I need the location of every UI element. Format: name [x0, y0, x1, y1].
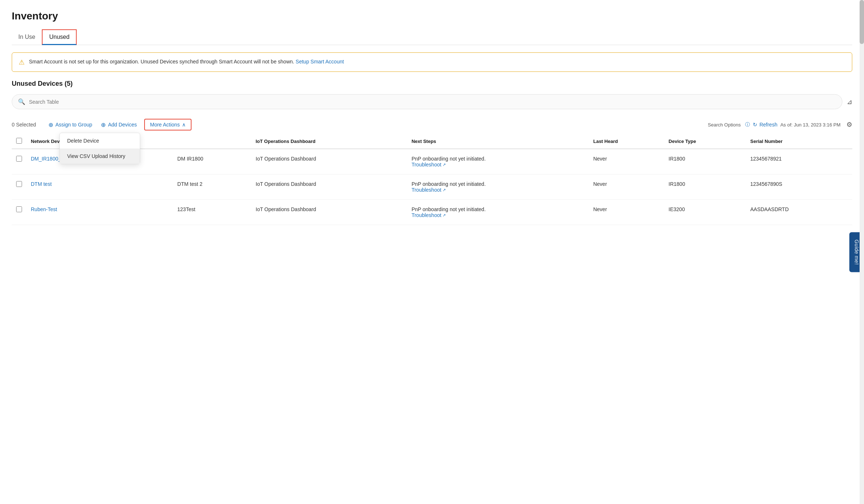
search-input[interactable]: [29, 99, 836, 105]
tab-unused[interactable]: Unused: [42, 29, 77, 45]
table-header-checkbox: [12, 134, 26, 149]
col-header-next-steps: Next Steps: [407, 134, 589, 149]
row2-checkbox[interactable]: [16, 181, 22, 187]
warning-icon: ⚠: [19, 58, 25, 66]
row2-troubleshoot-link[interactable]: Troubleshoot ↗: [412, 187, 446, 193]
row1-serial: 12345678921: [746, 149, 852, 174]
col-header-type: [173, 134, 251, 149]
row3-serial: AASDAASDRTD: [746, 200, 852, 225]
external-link-icon: ↗: [442, 213, 446, 218]
search-bar: 🔍: [12, 94, 842, 109]
external-link-icon: ↗: [442, 188, 446, 192]
table-row: DTM test DTM test 2 IoT Operations Dashb…: [12, 174, 852, 200]
refresh-timestamp: As of: Jun 13, 2023 3:16 PM: [780, 122, 841, 128]
more-actions-dropdown: Delete Device View CSV Upload History: [59, 133, 140, 164]
row3-device-type: IE3200: [664, 200, 746, 225]
row2-serial: 1234567890S: [746, 174, 852, 200]
refresh-icon: ↻: [753, 122, 757, 128]
row1-last-heard: Never: [589, 149, 664, 174]
row3-dashboard: IoT Operations Dashboard: [251, 200, 407, 225]
add-icon: ⊕: [101, 121, 106, 128]
refresh-area: Search Options ⓘ ↻ Refresh As of: Jun 13…: [708, 121, 852, 129]
gear-icon[interactable]: ⚙: [846, 121, 852, 129]
col-header-dashboard: IoT Operations Dashboard: [251, 134, 407, 149]
row3-device-name[interactable]: Ruben-Test: [26, 200, 173, 225]
col-header-device-type: Device Type: [664, 134, 746, 149]
scrollbar[interactable]: [860, 0, 864, 504]
setup-smart-account-link[interactable]: Setup Smart Account: [296, 59, 344, 65]
add-devices-button[interactable]: ⊕ Add Devices: [99, 119, 138, 130]
tabs-bar: In Use Unused: [12, 29, 852, 45]
row1-device-type: IR1800: [664, 149, 746, 174]
select-all-checkbox[interactable]: [16, 138, 22, 144]
row1-type: DM IR1800: [173, 149, 251, 174]
row3-troubleshoot-link[interactable]: Troubleshoot ↗: [412, 212, 446, 218]
search-row: 🔍 ⊿: [12, 94, 852, 109]
page-title: Inventory: [12, 10, 852, 22]
warning-text: Smart Account is not set up for this org…: [29, 58, 344, 66]
info-icon[interactable]: ⓘ: [745, 121, 750, 128]
table-row: Ruben-Test 123Test IoT Operations Dashbo…: [12, 200, 852, 225]
col-header-serial: Serial Number: [746, 134, 852, 149]
row3-checkbox[interactable]: [16, 206, 22, 212]
filter-icon[interactable]: ⊿: [847, 98, 852, 106]
dropdown-item-delete-device[interactable]: Delete Device: [60, 133, 140, 148]
tab-in-use[interactable]: In Use: [12, 29, 42, 45]
row2-last-heard: Never: [589, 174, 664, 200]
row1-checkbox-cell: [12, 149, 26, 174]
more-actions-button[interactable]: More Actions ∧: [144, 119, 192, 130]
row1-next-steps: PnP onboarding not yet initiated. Troubl…: [407, 149, 589, 174]
row2-type: DTM test 2: [173, 174, 251, 200]
row2-dashboard: IoT Operations Dashboard: [251, 174, 407, 200]
row3-next-steps: PnP onboarding not yet initiated. Troubl…: [407, 200, 589, 225]
dropdown-item-csv-history[interactable]: View CSV Upload History: [60, 148, 140, 164]
toolbar: 0 Selected ⊕ Assign to Group ⊕ Add Devic…: [12, 115, 852, 134]
assign-to-group-button[interactable]: ⊕ Assign to Group: [47, 119, 94, 130]
row1-dashboard: IoT Operations Dashboard: [251, 149, 407, 174]
scrollbar-thumb[interactable]: [860, 0, 864, 44]
search-icon: 🔍: [18, 98, 25, 105]
section-title: Unused Devices (5): [12, 80, 852, 88]
row3-last-heard: Never: [589, 200, 664, 225]
col-header-last-heard: Last Heard: [589, 134, 664, 149]
row3-checkbox-cell: [12, 200, 26, 225]
selected-count: 0 Selected: [12, 122, 41, 128]
refresh-button[interactable]: ↻ Refresh: [753, 122, 777, 128]
row2-device-type: IR1800: [664, 174, 746, 200]
search-options-label: Search Options: [708, 122, 741, 128]
external-link-icon: ↗: [442, 162, 446, 167]
assign-icon: ⊕: [48, 121, 53, 128]
row3-type: 123Test: [173, 200, 251, 225]
warning-banner: ⚠ Smart Account is not set up for this o…: [12, 52, 852, 72]
row2-checkbox-cell: [12, 174, 26, 200]
row1-checkbox[interactable]: [16, 156, 22, 162]
row2-device-name[interactable]: DTM test: [26, 174, 173, 200]
row2-next-steps: PnP onboarding not yet initiated. Troubl…: [407, 174, 589, 200]
chevron-up-icon: ∧: [182, 122, 186, 128]
row1-troubleshoot-link[interactable]: Troubleshoot ↗: [412, 162, 446, 168]
